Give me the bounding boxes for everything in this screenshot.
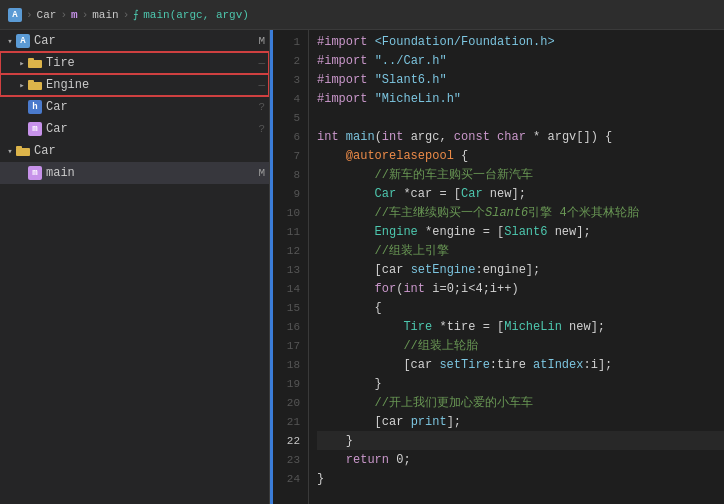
code-line-19: } [317,374,724,393]
line-num-5: 5 [273,108,308,127]
code-lines-container[interactable]: #import <Foundation/Foundation.h> #impor… [309,30,724,504]
project-icon: A [8,8,22,22]
code-line-3: #import "Slant6.h" [317,70,724,89]
line-num-8: 8 [273,165,308,184]
code-line-24: } [317,469,724,488]
code-line-18: [car setTire:tire atIndex:i]; [317,355,724,374]
sidebar-main-suffix: M [258,167,265,179]
sidebar-car-group2-label: Car [34,144,265,158]
sidebar-item-car-h[interactable]: h Car ? [0,96,269,118]
line-num-17: 17 [273,336,308,355]
line-num-16: 16 [273,317,308,336]
code-line-11: Engine *engine = [Slant6 new]; [317,222,724,241]
sidebar-car-m-suffix: ? [258,123,265,135]
folder-icon [28,57,42,69]
chevron-icon [4,145,16,157]
line-num-12: 12 [273,241,308,260]
svg-rect-0 [28,60,42,68]
h-badge-icon: h [28,100,42,114]
breadcrumb-main-folder[interactable]: main [92,9,118,21]
code-line-17: //组装上轮胎 [317,336,724,355]
sidebar-root-label: Car [34,34,254,48]
line-num-14: 14 [273,279,308,298]
line-num-1: 1 [273,32,308,51]
line-numbers: 1 2 3 4 5 6 7 8 9 10 11 12 13 14 15 16 1… [273,30,309,504]
line-num-11: 11 [273,222,308,241]
chevron-icon [16,57,28,69]
sidebar-tire-label: Tire [46,56,254,70]
code-line-13: [car setEngine:engine]; [317,260,724,279]
line-num-15: 15 [273,298,308,317]
breadcrumb-car1[interactable]: Car [37,9,57,21]
code-line-21: [car print]; [317,412,724,431]
svg-rect-2 [28,82,42,90]
header: A › Car › m › main › ⨍ main(argc, argv) [0,0,724,30]
line-num-18: 18 [273,355,308,374]
svg-rect-3 [28,80,34,83]
code-line-15: { [317,298,724,317]
line-num-3: 3 [273,70,308,89]
line-num-19: 19 [273,374,308,393]
code-content: 1 2 3 4 5 6 7 8 9 10 11 12 13 14 15 16 1… [273,30,724,504]
code-editor[interactable]: 1 2 3 4 5 6 7 8 9 10 11 12 13 14 15 16 1… [273,30,724,504]
code-line-9: Car *car = [Car new]; [317,184,724,203]
folder-icon [28,79,42,91]
line-num-7: 7 [273,146,308,165]
svg-rect-5 [16,146,22,149]
breadcrumb-function-label[interactable]: main(argc, argv) [143,9,249,21]
code-line-23: return 0; [317,450,724,469]
sidebar-car-h-label: Car [46,100,254,114]
breadcrumb-m: m [71,9,78,21]
sidebar-item-engine[interactable]: Engine — [0,74,269,96]
sidebar-root-car[interactable]: A Car M [0,30,269,52]
line-num-9: 9 [273,184,308,203]
code-line-2: #import "../Car.h" [317,51,724,70]
line-num-13: 13 [273,260,308,279]
sidebar-item-tire[interactable]: Tire — [0,52,269,74]
sidebar-car-group2[interactable]: Car [0,140,269,162]
folder-icon [16,145,30,157]
code-line-8: //新车的车主购买一台新汽车 [317,165,724,184]
line-num-10: 10 [273,203,308,222]
code-line-16: Tire *tire = [MicheLin new]; [317,317,724,336]
sidebar-tire-suffix: — [258,57,265,69]
code-line-6: int main(int argc, const char * argv[]) … [317,127,724,146]
sidebar-engine-suffix: — [258,79,265,91]
code-line-5 [317,108,724,127]
sidebar-item-car-m[interactable]: m Car ? [0,118,269,140]
code-line-10: //车主继续购买一个Slant6引擎 4个米其林轮胎 [317,203,724,222]
code-line-14: for(int i=0;i<4;i++) [317,279,724,298]
project-badge-icon: A [16,34,30,48]
chevron-icon [16,79,28,91]
breadcrumb: A › Car › m › main › ⨍ main(argc, argv) [8,8,249,22]
m-badge-icon: m [28,122,42,136]
sidebar-main-label: main [46,166,254,180]
svg-rect-1 [28,58,34,61]
sidebar-item-main[interactable]: m main M [0,162,269,184]
code-line-12: //组装上引擎 [317,241,724,260]
sidebar: A Car M Tire — [0,30,270,504]
line-num-22: 22 [273,431,308,450]
chevron-icon [4,35,16,47]
line-num-4: 4 [273,89,308,108]
line-num-21: 21 [273,412,308,431]
line-num-20: 20 [273,393,308,412]
code-line-20: //开上我们更加心爱的小车车 [317,393,724,412]
breadcrumb-function: ⨍ [133,8,139,21]
line-num-24: 24 [273,469,308,488]
code-line-4: #import "MicheLin.h" [317,89,724,108]
svg-rect-4 [16,148,30,156]
line-num-6: 6 [273,127,308,146]
code-line-1: #import <Foundation/Foundation.h> [317,32,724,51]
main-m-badge-icon: m [28,166,42,180]
code-line-7: @autorelasepool { [317,146,724,165]
line-num-23: 23 [273,450,308,469]
sidebar-car-h-suffix: ? [258,101,265,113]
line-num-2: 2 [273,51,308,70]
sidebar-engine-label: Engine [46,78,254,92]
sidebar-root-suffix: M [258,35,265,47]
sidebar-car-m-label: Car [46,122,254,136]
code-line-22: } [317,431,724,450]
main-content: A Car M Tire — [0,30,724,504]
